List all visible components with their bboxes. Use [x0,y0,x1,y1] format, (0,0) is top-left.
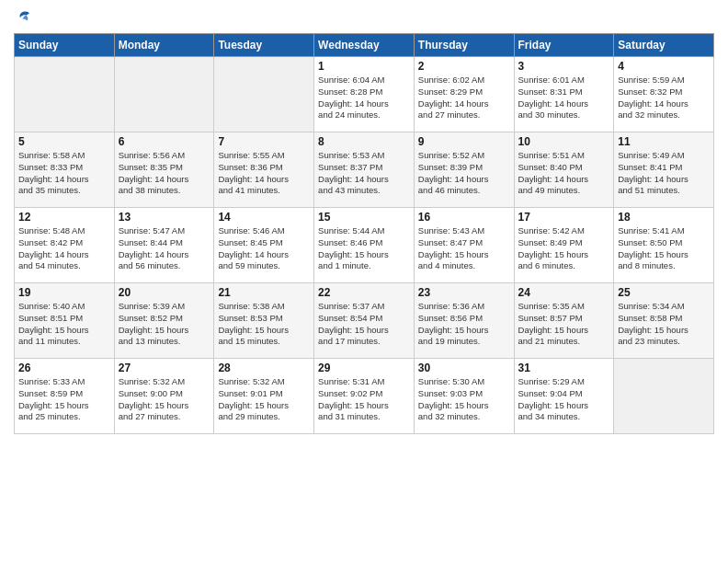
calendar-header-friday: Friday [514,34,614,57]
day-info: Sunrise: 6:02 AM Sunset: 8:29 PM Dayligh… [418,75,510,121]
day-number: 22 [318,286,410,299]
day-info: Sunrise: 5:32 AM Sunset: 9:01 PM Dayligh… [218,376,310,423]
calendar-cell: 10Sunrise: 5:51 AM Sunset: 8:40 PM Dayli… [514,132,614,208]
calendar-cell: 24Sunrise: 5:35 AM Sunset: 8:57 PM Dayli… [514,283,614,359]
day-info: Sunrise: 5:44 AM Sunset: 8:46 PM Dayligh… [318,225,410,272]
day-info: Sunrise: 5:41 AM Sunset: 8:50 PM Dayligh… [618,225,710,272]
calendar-cell: 6Sunrise: 5:56 AM Sunset: 8:35 PM Daylig… [114,132,214,208]
calendar-cell: 23Sunrise: 5:36 AM Sunset: 8:56 PM Dayli… [414,283,514,359]
day-number: 2 [418,60,510,73]
logo-bird-icon [16,9,34,28]
day-info: Sunrise: 5:35 AM Sunset: 8:57 PM Dayligh… [518,301,610,348]
calendar-cell: 14Sunrise: 5:46 AM Sunset: 8:45 PM Dayli… [214,208,314,283]
day-info: Sunrise: 5:43 AM Sunset: 8:47 PM Dayligh… [418,225,510,272]
day-number: 12 [18,211,110,224]
calendar-cell: 7Sunrise: 5:55 AM Sunset: 8:36 PM Daylig… [214,132,314,208]
day-number: 15 [318,211,410,224]
calendar-cell: 15Sunrise: 5:44 AM Sunset: 8:46 PM Dayli… [314,208,415,283]
calendar-cell: 5Sunrise: 5:58 AM Sunset: 8:33 PM Daylig… [15,132,115,208]
logo [14,9,34,28]
day-number: 27 [119,362,210,374]
day-number: 31 [518,362,610,374]
day-info: Sunrise: 5:33 AM Sunset: 8:59 PM Dayligh… [18,376,110,423]
day-info: Sunrise: 6:04 AM Sunset: 8:28 PM Dayligh… [318,75,410,121]
day-number: 4 [618,60,710,73]
day-number: 30 [418,362,510,374]
day-number: 13 [119,211,210,224]
day-info: Sunrise: 5:55 AM Sunset: 8:36 PM Dayligh… [218,150,310,197]
day-info: Sunrise: 5:34 AM Sunset: 8:58 PM Dayligh… [618,301,710,348]
day-info: Sunrise: 5:30 AM Sunset: 9:03 PM Dayligh… [418,376,510,423]
calendar-week-row: 5Sunrise: 5:58 AM Sunset: 8:33 PM Daylig… [15,132,714,208]
calendar-cell: 4Sunrise: 5:59 AM Sunset: 8:32 PM Daylig… [614,57,714,132]
calendar-cell [214,57,314,132]
day-number: 7 [218,135,310,148]
day-number: 10 [518,135,610,148]
calendar-cell: 20Sunrise: 5:39 AM Sunset: 8:52 PM Dayli… [114,283,214,359]
day-number: 5 [18,135,110,148]
calendar-cell: 21Sunrise: 5:38 AM Sunset: 8:53 PM Dayli… [214,283,314,359]
calendar-week-row: 19Sunrise: 5:40 AM Sunset: 8:51 PM Dayli… [15,283,714,359]
day-number: 29 [318,362,410,374]
day-info: Sunrise: 5:56 AM Sunset: 8:35 PM Dayligh… [119,150,210,197]
day-info: Sunrise: 5:51 AM Sunset: 8:40 PM Dayligh… [518,150,610,197]
day-info: Sunrise: 5:42 AM Sunset: 8:49 PM Dayligh… [518,225,610,272]
day-number: 1 [318,60,410,73]
day-number: 16 [418,211,510,224]
calendar-cell: 19Sunrise: 5:40 AM Sunset: 8:51 PM Dayli… [15,283,115,359]
calendar-cell [114,57,214,132]
day-number: 3 [518,60,610,73]
day-info: Sunrise: 5:36 AM Sunset: 8:56 PM Dayligh… [418,301,510,348]
calendar-header-monday: Monday [114,34,214,57]
calendar-week-row: 1Sunrise: 6:04 AM Sunset: 8:28 PM Daylig… [15,57,714,132]
calendar-cell: 17Sunrise: 5:42 AM Sunset: 8:49 PM Dayli… [514,208,614,283]
calendar-week-row: 26Sunrise: 5:33 AM Sunset: 8:59 PM Dayli… [15,359,714,434]
calendar-cell: 18Sunrise: 5:41 AM Sunset: 8:50 PM Dayli… [614,208,714,283]
calendar-cell: 1Sunrise: 6:04 AM Sunset: 8:28 PM Daylig… [314,57,415,132]
day-number: 25 [618,286,710,299]
calendar-header-thursday: Thursday [414,34,514,57]
day-number: 9 [418,135,510,148]
calendar-cell: 11Sunrise: 5:49 AM Sunset: 8:41 PM Dayli… [614,132,714,208]
day-info: Sunrise: 5:47 AM Sunset: 8:44 PM Dayligh… [119,225,210,272]
day-number: 20 [119,286,210,299]
day-number: 21 [218,286,310,299]
calendar-table: SundayMondayTuesdayWednesdayThursdayFrid… [14,33,714,434]
day-info: Sunrise: 5:37 AM Sunset: 8:54 PM Dayligh… [318,301,410,348]
calendar-cell: 9Sunrise: 5:52 AM Sunset: 8:39 PM Daylig… [414,132,514,208]
calendar-cell: 8Sunrise: 5:53 AM Sunset: 8:37 PM Daylig… [314,132,415,208]
day-info: Sunrise: 5:58 AM Sunset: 8:33 PM Dayligh… [18,150,110,197]
calendar-cell [614,359,714,434]
calendar-cell: 31Sunrise: 5:29 AM Sunset: 9:04 PM Dayli… [514,359,614,434]
day-number: 17 [518,211,610,224]
day-info: Sunrise: 5:49 AM Sunset: 8:41 PM Dayligh… [618,150,710,197]
page: SundayMondayTuesdayWednesdayThursdayFrid… [0,0,728,563]
day-number: 19 [18,286,110,299]
calendar-cell: 2Sunrise: 6:02 AM Sunset: 8:29 PM Daylig… [414,57,514,132]
calendar-cell: 22Sunrise: 5:37 AM Sunset: 8:54 PM Dayli… [314,283,415,359]
day-info: Sunrise: 5:39 AM Sunset: 8:52 PM Dayligh… [119,301,210,348]
calendar-week-row: 12Sunrise: 5:48 AM Sunset: 8:42 PM Dayli… [15,208,714,283]
day-info: Sunrise: 5:32 AM Sunset: 9:00 PM Dayligh… [119,376,210,423]
calendar-cell: 16Sunrise: 5:43 AM Sunset: 8:47 PM Dayli… [414,208,514,283]
calendar-cell: 30Sunrise: 5:30 AM Sunset: 9:03 PM Dayli… [414,359,514,434]
calendar-header-tuesday: Tuesday [214,34,314,57]
day-number: 26 [18,362,110,374]
day-number: 28 [218,362,310,374]
calendar-cell: 29Sunrise: 5:31 AM Sunset: 9:02 PM Dayli… [314,359,415,434]
calendar-cell [15,57,115,132]
day-info: Sunrise: 5:40 AM Sunset: 8:51 PM Dayligh… [18,301,110,348]
day-number: 8 [318,135,410,148]
calendar-header-sunday: Sunday [15,34,115,57]
calendar-cell: 3Sunrise: 6:01 AM Sunset: 8:31 PM Daylig… [514,57,614,132]
day-info: Sunrise: 5:38 AM Sunset: 8:53 PM Dayligh… [218,301,310,348]
day-info: Sunrise: 5:31 AM Sunset: 9:02 PM Dayligh… [318,376,410,423]
day-number: 11 [618,135,710,148]
calendar-cell: 12Sunrise: 5:48 AM Sunset: 8:42 PM Dayli… [15,208,115,283]
header [14,9,714,28]
calendar-cell: 27Sunrise: 5:32 AM Sunset: 9:00 PM Dayli… [114,359,214,434]
day-number: 23 [418,286,510,299]
day-number: 18 [618,211,710,224]
day-info: Sunrise: 5:59 AM Sunset: 8:32 PM Dayligh… [618,75,710,121]
calendar-cell: 26Sunrise: 5:33 AM Sunset: 8:59 PM Dayli… [15,359,115,434]
